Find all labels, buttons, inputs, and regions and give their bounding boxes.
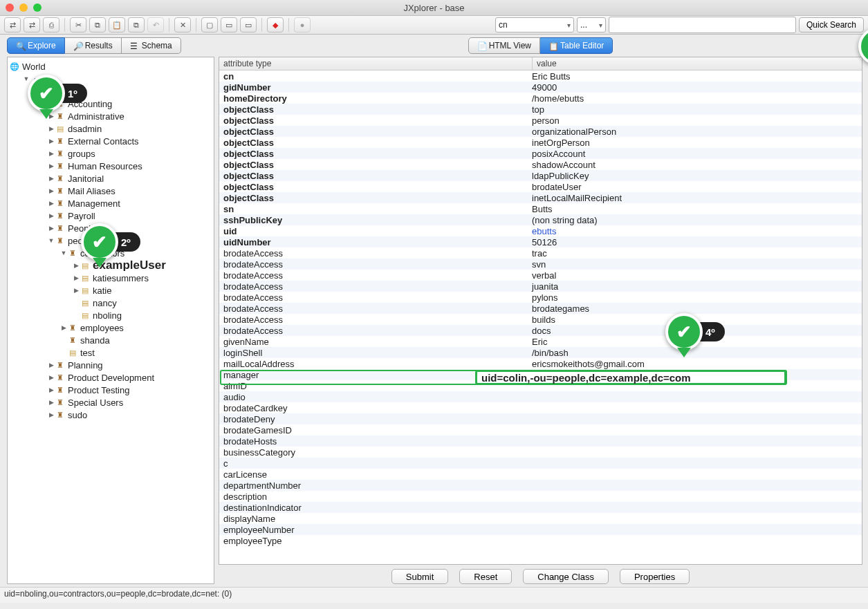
table-row[interactable]: snButts	[219, 203, 862, 214]
search-op-combo[interactable]: ... ▾	[577, 17, 606, 32]
disclosure-closed-icon[interactable]: ▶	[48, 175, 55, 182]
change-class-button[interactable]: Change Class	[523, 569, 609, 584]
search-attribute-combo[interactable]: cn ▾	[495, 17, 574, 32]
table-row[interactable]: brodateCardkey	[219, 402, 862, 413]
tree-node[interactable]: ▶♜Product Development	[8, 371, 214, 384]
attr-value[interactable]: Eric Butts	[528, 71, 862, 82]
table-body[interactable]: cnEric ButtsgidNumber49000homeDirectory/…	[219, 71, 862, 564]
attr-value[interactable]: 50126	[528, 237, 862, 247]
header-value[interactable]: value	[533, 57, 862, 70]
table-row[interactable]: objectClassorganizationalPerson	[219, 126, 862, 137]
attr-value[interactable]: brodateUser	[528, 182, 862, 192]
tree-node[interactable]: ▶♜Janitorial	[8, 172, 214, 185]
attr-value[interactable]: verbal	[528, 270, 862, 281]
table-row[interactable]: c	[219, 458, 862, 469]
tree-node[interactable]: ▶♜Human Resources	[8, 160, 214, 172]
table-row[interactable]: brodateAccessbuilds	[219, 314, 862, 325]
attr-value[interactable]: organizationalPerson	[528, 127, 862, 137]
table-row[interactable]: brodateGamesID	[219, 424, 862, 435]
tree-node[interactable]: ▶▤exampleUser	[8, 259, 214, 272]
attr-value[interactable]: 49000	[528, 82, 862, 93]
table-row[interactable]: audio	[219, 391, 862, 402]
stop-icon[interactable]: ●	[294, 17, 311, 32]
tab-html-view[interactable]: 📄HTML View	[468, 37, 540, 54]
disclosure-closed-icon[interactable]: ▶	[48, 125, 55, 132]
disclosure-closed-icon[interactable]: ▶	[73, 287, 80, 294]
header-attribute[interactable]: attribute type	[219, 57, 533, 70]
table-row[interactable]: brodateAccessdocs	[219, 325, 862, 336]
tree-node[interactable]: ▶♜Mail Aliases	[8, 185, 214, 197]
tree-node[interactable]: ♜shanda	[8, 334, 214, 346]
cut-icon[interactable]: ✂	[70, 17, 86, 32]
attr-value[interactable]: ebutts	[528, 226, 862, 236]
table-row[interactable]: brodateAccessbrodategames	[219, 303, 862, 314]
attr-value[interactable]: brodategames	[528, 303, 862, 314]
disclosure-closed-icon[interactable]: ▶	[48, 225, 55, 232]
tree-node[interactable]: ▤nboling	[8, 309, 214, 321]
disclosure-closed-icon[interactable]: ▶	[48, 374, 55, 381]
connect-icon[interactable]: ⇄	[4, 17, 21, 32]
attr-value[interactable]: pylons	[528, 292, 862, 303]
tree-node[interactable]: ▶♜Special Users	[8, 396, 214, 409]
attr-value[interactable]: ericsmokeithots@gmail.com	[528, 359, 862, 369]
rename-icon[interactable]: ▭	[240, 17, 257, 32]
attr-value[interactable]: inetOrgPerson	[528, 138, 862, 148]
undo-icon[interactable]: ↶	[147, 17, 164, 32]
attr-value[interactable]: juanita	[528, 281, 862, 292]
disclosure-closed-icon[interactable]: ▶	[48, 411, 55, 418]
table-row[interactable]: homeDirectory/home/ebutts	[219, 93, 862, 104]
table-row[interactable]: sshPublicKey(non string data)	[219, 214, 862, 225]
reset-button[interactable]: Reset	[459, 569, 512, 584]
table-row[interactable]: objectClasstop	[219, 104, 862, 115]
submit-button[interactable]: Submit	[391, 569, 448, 584]
tab-table-editor[interactable]: 📋Table Editor	[540, 37, 613, 54]
attr-value[interactable]: top	[528, 104, 862, 115]
table-row[interactable]: objectClassinetLocalMailRecipient	[219, 192, 862, 203]
minimize-window-button[interactable]	[19, 3, 28, 12]
table-row[interactable]: uidNumber50126	[219, 236, 862, 247]
table-row[interactable]: brodateAccesssvn	[219, 259, 862, 270]
attr-value[interactable]: (non string data)	[528, 215, 862, 225]
refresh-icon[interactable]: ◆	[267, 17, 284, 32]
disclosure-closed-icon[interactable]: ▶	[48, 200, 55, 207]
close-window-button[interactable]	[6, 3, 14, 12]
disclosure-closed-icon[interactable]: ▶	[48, 187, 55, 194]
attr-value[interactable]: trac	[528, 248, 862, 259]
tree-view[interactable]: 🌐 World ▼•▼♜▶♜Accounting▶♜Administrative…	[7, 57, 214, 584]
attr-value[interactable]: posixAccount	[528, 149, 862, 159]
disclosure-closed-icon[interactable]: ▶	[48, 399, 55, 406]
table-row[interactable]: mailLocalAddressericsmokeithots@gmail.co…	[219, 358, 862, 369]
tree-node[interactable]: ▶▤katiesummers	[8, 272, 214, 284]
tree-node[interactable]: ▶♜Planning	[8, 359, 214, 371]
tree-node[interactable]: ▶♜sudo	[8, 409, 214, 421]
disclosure-closed-icon[interactable]: ▶	[48, 362, 55, 368]
tree-node[interactable]: ▶♜employees	[8, 321, 214, 334]
zoom-window-button[interactable]	[33, 3, 41, 12]
disclosure-closed-icon[interactable]: ▶	[48, 386, 55, 393]
table-row[interactable]: loginShell/bin/bash	[219, 347, 862, 358]
disclosure-open-icon[interactable]: ▼	[48, 237, 55, 244]
print-icon[interactable]: ⎙	[43, 17, 59, 32]
quick-search-button[interactable]: Quick Search	[799, 17, 864, 32]
tab-schema[interactable]: ☰Schema	[122, 37, 181, 54]
disclosure-closed-icon[interactable]: ▶	[48, 138, 55, 144]
attr-value[interactable]: ldapPublicKey	[528, 171, 862, 181]
table-row[interactable]: brodateAccesspylons	[219, 292, 862, 303]
tree-node[interactable]: ▶▤dsadmin	[8, 122, 214, 135]
table-row[interactable]: objectClassperson	[219, 115, 862, 126]
properties-button[interactable]: Properties	[620, 569, 690, 584]
attr-value[interactable]: Butts	[528, 204, 862, 214]
tree-node[interactable]: ▶♜groups	[8, 147, 214, 160]
table-row[interactable]: brodateAccessverbal	[219, 270, 862, 281]
table-row[interactable]: uidebutts	[219, 225, 862, 236]
paste-icon[interactable]: 📋	[109, 17, 125, 32]
tab-explore[interactable]: 🔍Explore	[7, 37, 65, 54]
table-row[interactable]: destinationIndicator	[219, 502, 862, 513]
disconnect-icon[interactable]: ⇄	[24, 17, 40, 32]
table-row[interactable]: objectClassbrodateUser	[219, 181, 862, 192]
tree-node[interactable]: ▤nancy	[8, 297, 214, 309]
search-input[interactable]	[609, 17, 796, 33]
table-row[interactable]: givenNameEric	[219, 336, 862, 347]
table-row[interactable]: gidNumber49000	[219, 82, 862, 93]
disclosure-closed-icon[interactable]: ▶	[60, 324, 67, 331]
